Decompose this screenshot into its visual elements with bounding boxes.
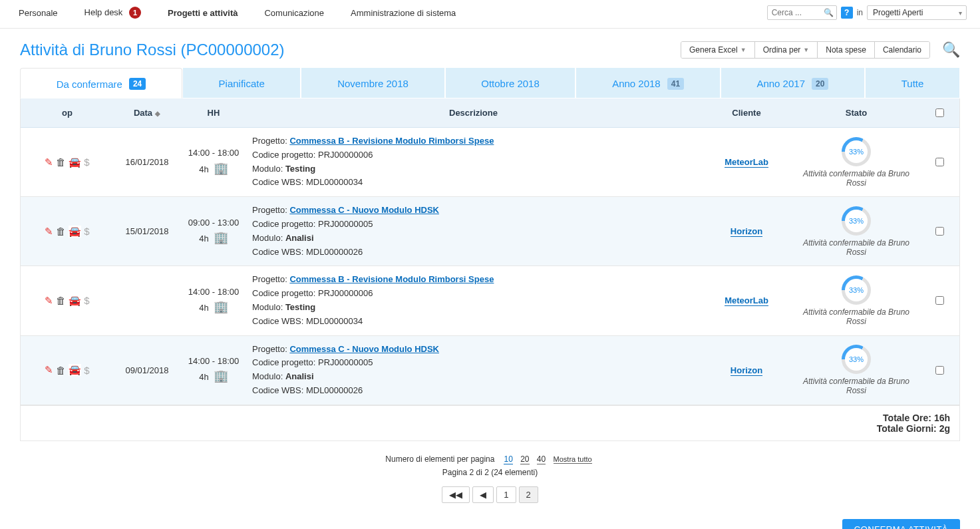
cliente-cell: Horizon bbox=[700, 335, 793, 405]
dollar-icon[interactable]: $ bbox=[84, 295, 89, 306]
row-checkbox[interactable] bbox=[935, 366, 944, 375]
hh-cell: 14:00 - 18:004h 🏢 bbox=[180, 266, 247, 335]
tabs: Da confermare24PianificateNovembre 2018O… bbox=[20, 67, 960, 98]
per-page-20[interactable]: 20 bbox=[520, 454, 529, 464]
activities-table: op Data◆ HH Descrizione Cliente Stato ✎ … bbox=[21, 98, 959, 405]
nav-helpdesk-label: Help desk bbox=[84, 7, 123, 17]
car-icon[interactable]: 🚘 bbox=[69, 295, 81, 307]
pager-first[interactable]: ◀◀ bbox=[442, 486, 470, 503]
delete-icon[interactable]: 🗑 bbox=[56, 226, 66, 237]
pager-buttons: ◀◀ ◀ 1 2 bbox=[442, 486, 538, 503]
tab-label: Anno 2018 bbox=[612, 78, 661, 89]
progress-ring: 33% bbox=[842, 275, 871, 305]
row-checkbox[interactable] bbox=[935, 158, 944, 166]
per-page-label: Numero di elementi per pagina bbox=[385, 454, 494, 464]
nav-comunicazione[interactable]: Comunicazione bbox=[264, 8, 324, 18]
tab-label: Ottobre 2018 bbox=[481, 78, 540, 89]
calendar-button[interactable]: Calendario bbox=[875, 42, 929, 58]
car-icon[interactable]: 🚘 bbox=[69, 226, 81, 238]
date-cell: 15/01/2018 bbox=[114, 197, 180, 266]
project-link[interactable]: Commessa B - Revisione Modulo Rimborsi S… bbox=[289, 274, 494, 284]
pager-prev[interactable]: ◀ bbox=[472, 486, 494, 503]
show-all-link[interactable]: Mostra tutto bbox=[554, 455, 592, 464]
delete-icon[interactable]: 🗑 bbox=[56, 156, 66, 168]
tab-badge: 24 bbox=[129, 78, 146, 90]
cliente-link[interactable]: MeteorLab bbox=[725, 157, 768, 168]
search-icon[interactable]: 🔍 bbox=[824, 8, 834, 17]
col-check bbox=[919, 98, 959, 128]
building-icon: 🏢 bbox=[214, 231, 228, 244]
big-search-icon[interactable]: 🔍 bbox=[942, 41, 960, 59]
caret-down-icon: ▼ bbox=[740, 47, 746, 53]
table-row: ✎ 🗑 🚘 $ 16/01/2018 14:00 - 18:004h 🏢 Pro… bbox=[21, 128, 959, 197]
header-button-group: Genera Excel▼ Ordina per▼ Nota spese Cal… bbox=[681, 41, 930, 59]
export-excel-button[interactable]: Genera Excel▼ bbox=[681, 42, 755, 58]
hh-cell: 14:00 - 18:004h 🏢 bbox=[180, 335, 247, 405]
cliente-link[interactable]: Horizon bbox=[731, 226, 762, 237]
car-icon[interactable]: 🚘 bbox=[69, 156, 81, 168]
project-link[interactable]: Commessa B - Revisione Modulo Rimborsi S… bbox=[289, 136, 494, 146]
scope-selected: Progetti Aperti bbox=[873, 8, 923, 17]
tab-3[interactable]: Ottobre 2018 bbox=[445, 67, 576, 98]
edit-icon[interactable]: ✎ bbox=[45, 364, 53, 376]
select-all-checkbox[interactable] bbox=[935, 108, 944, 117]
col-data[interactable]: Data◆ bbox=[114, 98, 180, 128]
date-cell bbox=[114, 266, 180, 335]
project-link[interactable]: Commessa C - Nuovo Modulo HDSK bbox=[289, 344, 439, 354]
project-link[interactable]: Commessa C - Nuovo Modulo HDSK bbox=[289, 205, 439, 215]
delete-icon[interactable]: 🗑 bbox=[56, 295, 66, 306]
stato-cell: 33% Attività confermabile da Bruno Rossi bbox=[793, 335, 919, 405]
totals: Totale Ore: 16h Totale Giorni: 2g bbox=[21, 405, 959, 441]
cliente-link[interactable]: MeteorLab bbox=[725, 295, 768, 306]
helpdesk-badge: 1 bbox=[129, 7, 141, 19]
row-checkbox[interactable] bbox=[935, 227, 944, 236]
row-checkbox[interactable] bbox=[935, 296, 944, 305]
confirm-button[interactable]: CONFERMA ATTIVITÀ bbox=[842, 519, 960, 529]
page-title: Attività di Bruno Rossi (PC00000002) bbox=[20, 41, 285, 59]
search-input[interactable] bbox=[770, 7, 824, 18]
dollar-icon[interactable]: $ bbox=[84, 365, 89, 376]
dollar-icon[interactable]: $ bbox=[84, 156, 89, 168]
edit-icon[interactable]: ✎ bbox=[45, 226, 53, 238]
sort-button[interactable]: Ordina per▼ bbox=[755, 42, 818, 58]
cliente-link[interactable]: Horizon bbox=[731, 365, 762, 376]
scope-dropdown[interactable]: Progetti Aperti bbox=[867, 5, 967, 20]
footer: CONFERMA ATTIVITÀ bbox=[0, 510, 980, 529]
nav-amministrazione[interactable]: Amministrazione di sistema bbox=[351, 8, 456, 18]
dollar-icon[interactable]: $ bbox=[84, 226, 89, 237]
pager-page-1[interactable]: 1 bbox=[496, 486, 516, 503]
tab-label: Novembre 2018 bbox=[337, 78, 408, 89]
desc-cell: Progetto: Commessa C - Nuovo Modulo HDSK… bbox=[247, 197, 700, 266]
per-page-40[interactable]: 40 bbox=[537, 454, 546, 464]
building-icon: 🏢 bbox=[214, 369, 228, 383]
progress-ring: 33% bbox=[842, 206, 871, 236]
tab-5[interactable]: Anno 201720 bbox=[721, 67, 865, 98]
table-row: ✎ 🗑 🚘 $ 09/01/2018 14:00 - 18:004h 🏢 Pro… bbox=[21, 335, 959, 405]
col-desc: Descrizione bbox=[247, 98, 700, 128]
tab-0[interactable]: Da confermare24 bbox=[20, 68, 182, 98]
pager-page-2[interactable]: 2 bbox=[519, 486, 538, 503]
nav-helpdesk[interactable]: Help desk 1 bbox=[84, 7, 141, 19]
tab-1[interactable]: Pianificate bbox=[182, 67, 301, 98]
tab-4[interactable]: Anno 201841 bbox=[575, 67, 720, 98]
stato-cell: 33% Attività confermabile da Bruno Rossi bbox=[793, 128, 919, 197]
col-op: op bbox=[21, 98, 114, 128]
nav-progetti[interactable]: Progetti e attività bbox=[168, 8, 238, 18]
help-icon[interactable]: ? bbox=[841, 7, 853, 19]
nav-personale[interactable]: Personale bbox=[19, 8, 58, 18]
per-page-10[interactable]: 10 bbox=[504, 454, 512, 464]
date-cell: 09/01/2018 bbox=[114, 335, 180, 405]
car-icon[interactable]: 🚘 bbox=[69, 364, 81, 376]
edit-icon[interactable]: ✎ bbox=[45, 295, 53, 307]
table-row: ✎ 🗑 🚘 $ 14:00 - 18:004h 🏢 Progetto: Comm… bbox=[21, 266, 959, 335]
table-row: ✎ 🗑 🚘 $ 15/01/2018 09:00 - 13:004h 🏢 Pro… bbox=[21, 197, 959, 266]
desc-cell: Progetto: Commessa B - Revisione Modulo … bbox=[247, 266, 700, 335]
search-box[interactable]: 🔍 bbox=[767, 5, 837, 20]
tab-6[interactable]: Tutte bbox=[865, 67, 960, 98]
tab-label: Anno 2017 bbox=[756, 78, 805, 89]
expense-button[interactable]: Nota spese bbox=[818, 42, 875, 58]
delete-icon[interactable]: 🗑 bbox=[56, 365, 66, 376]
tab-2[interactable]: Novembre 2018 bbox=[301, 67, 444, 98]
edit-icon[interactable]: ✎ bbox=[45, 156, 53, 168]
col-cliente: Cliente bbox=[700, 98, 793, 128]
